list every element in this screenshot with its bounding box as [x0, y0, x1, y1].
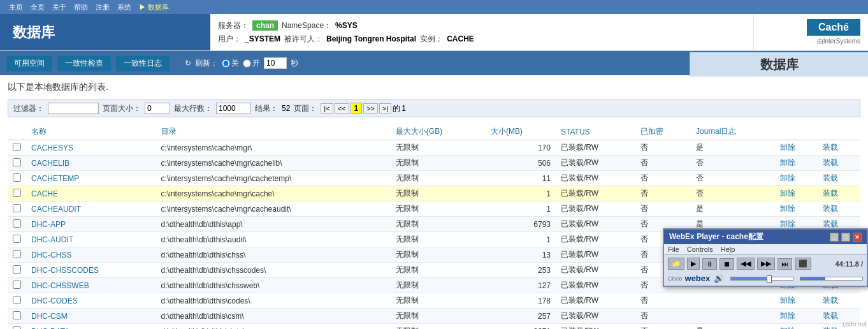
row-remove-link[interactable]: 卸除: [780, 296, 795, 305]
row-load-link[interactable]: 装载: [823, 311, 838, 320]
th-path[interactable]: 目录: [156, 124, 391, 140]
row-load-link[interactable]: 装载: [823, 189, 838, 198]
refresh-off-radio[interactable]: [222, 59, 230, 68]
consistency-check-button[interactable]: 一致性检查: [57, 55, 111, 71]
webex-fullscreen-button[interactable]: ⬛: [795, 258, 811, 270]
webex-maximize-button[interactable]: □: [841, 233, 850, 242]
webex-forward-button[interactable]: ▶▶: [757, 258, 775, 270]
row-checkbox-cell[interactable]: [8, 140, 26, 156]
page-size-input[interactable]: [145, 103, 170, 114]
row-checkbox-cell[interactable]: [8, 171, 26, 186]
progress-bar[interactable]: [800, 277, 863, 281]
row-load-link[interactable]: 装载: [823, 143, 838, 152]
row-remove-link[interactable]: 卸除: [780, 204, 795, 213]
row-checkbox-cell[interactable]: [8, 293, 26, 309]
row-checkbox[interactable]: [13, 189, 21, 197]
row-name-link[interactable]: DHC-CHSSCODES: [31, 266, 99, 275]
row-checkbox[interactable]: [13, 311, 21, 319]
row-load-link[interactable]: 装载: [823, 158, 838, 167]
webex-end-button[interactable]: ⏭: [778, 258, 792, 270]
consistency-log-button[interactable]: 一致性日志: [116, 55, 170, 71]
row-checkbox-cell[interactable]: [8, 324, 26, 330]
row-remove-link[interactable]: 卸除: [780, 219, 795, 228]
row-remove-link[interactable]: 卸除: [780, 189, 795, 198]
row-name-link[interactable]: DHC-CSM: [31, 312, 68, 321]
row-checkbox[interactable]: [13, 204, 21, 212]
volume-bar[interactable]: [730, 277, 793, 281]
volume-handle[interactable]: [767, 275, 772, 283]
nav-register[interactable]: 注册: [92, 3, 113, 12]
first-page-button[interactable]: |<: [321, 103, 333, 113]
row-remove-link[interactable]: 卸除: [780, 173, 795, 182]
row-checkbox[interactable]: [13, 296, 21, 304]
row-name-link[interactable]: CACHESYS: [31, 143, 73, 152]
row-checkbox-cell[interactable]: [8, 201, 26, 217]
row-name-link[interactable]: DHC-CHSSWEB: [31, 281, 89, 290]
webex-menu-controls[interactable]: Controls: [687, 245, 713, 253]
row-remove-link[interactable]: 卸除: [780, 143, 795, 152]
row-remove-link[interactable]: 卸除: [780, 311, 795, 320]
row-checkbox[interactable]: [13, 158, 21, 166]
row-checkbox[interactable]: [13, 173, 21, 182]
refresh-interval-input[interactable]: [264, 57, 287, 69]
row-checkbox-cell[interactable]: [8, 247, 26, 263]
row-name-link[interactable]: DHC-APP: [31, 220, 66, 229]
row-checkbox-cell[interactable]: [8, 156, 26, 171]
th-size-mb[interactable]: 大小(MB): [486, 124, 556, 140]
webex-pause-button[interactable]: ⏸: [702, 258, 717, 270]
row-name-link[interactable]: CACHELIB: [31, 159, 69, 168]
row-checkbox[interactable]: [13, 326, 21, 330]
row-checkbox-cell[interactable]: [8, 217, 26, 232]
nav-about[interactable]: 关于: [48, 3, 70, 12]
th-max-gb[interactable]: 最大大小(GB): [391, 124, 486, 140]
prev-page-button[interactable]: <<: [335, 103, 349, 113]
webex-minimize-button[interactable]: _: [830, 233, 839, 242]
available-space-button[interactable]: 可用空间: [6, 55, 52, 71]
refresh-on-label[interactable]: 开: [243, 58, 260, 69]
row-load-link[interactable]: 装载: [823, 204, 838, 213]
nav-home[interactable]: 主页: [5, 3, 27, 12]
row-checkbox-cell[interactable]: [8, 232, 26, 247]
webex-stop-button[interactable]: ⏹: [720, 258, 734, 270]
row-name-link[interactable]: CACHEAUDIT: [31, 205, 81, 214]
row-name-link[interactable]: CACHETEMP: [31, 174, 79, 183]
th-journal[interactable]: Journal日志: [691, 124, 775, 140]
nav-database[interactable]: ▶ 数据库: [135, 3, 173, 12]
next-page-button[interactable]: >>: [363, 103, 378, 113]
nav-help[interactable]: 帮助: [70, 3, 92, 12]
row-name-link[interactable]: DHC-CHSS: [31, 251, 71, 260]
row-name-link[interactable]: DHC-DATA: [31, 327, 69, 330]
row-load-link[interactable]: 装载: [823, 296, 838, 305]
webex-open-button[interactable]: 📁: [668, 258, 684, 270]
refresh-on-radio[interactable]: [243, 59, 251, 68]
row-remove-link[interactable]: 卸除: [780, 326, 795, 329]
webex-play-button[interactable]: ▶: [687, 258, 700, 270]
row-checkbox-cell[interactable]: [8, 278, 26, 293]
webex-close-button[interactable]: ✕: [853, 233, 862, 242]
webex-menu-help[interactable]: Help: [721, 245, 735, 253]
webex-rewind-button[interactable]: ◀◀: [737, 258, 755, 270]
row-checkbox[interactable]: [13, 143, 21, 151]
row-checkbox-cell[interactable]: [8, 309, 26, 324]
row-checkbox-cell[interactable]: [8, 263, 26, 278]
cache-button[interactable]: Caché: [807, 19, 860, 36]
last-page-button[interactable]: >|: [379, 103, 391, 113]
th-encrypted[interactable]: 已加密: [635, 124, 691, 140]
row-checkbox[interactable]: [13, 265, 21, 274]
row-checkbox[interactable]: [13, 250, 21, 258]
row-checkbox-cell[interactable]: [8, 186, 26, 201]
row-name-link[interactable]: DHC-CODES: [31, 296, 78, 305]
row-remove-link[interactable]: 卸除: [780, 158, 795, 167]
nav-system[interactable]: 系统: [113, 3, 135, 12]
row-load-link[interactable]: 装载: [823, 173, 838, 182]
row-name-link[interactable]: DHC-AUDIT: [31, 235, 73, 244]
row-load-link[interactable]: 装载: [823, 326, 838, 329]
row-checkbox[interactable]: [13, 281, 21, 289]
th-name[interactable]: 名称: [26, 124, 156, 140]
refresh-off-label[interactable]: 关: [222, 58, 239, 69]
filter-input[interactable]: [48, 103, 99, 114]
row-name-link[interactable]: CACHE: [31, 189, 58, 198]
row-load-link[interactable]: 装载: [823, 219, 838, 228]
row-checkbox[interactable]: [13, 235, 21, 243]
th-status[interactable]: STATUS: [556, 124, 635, 140]
